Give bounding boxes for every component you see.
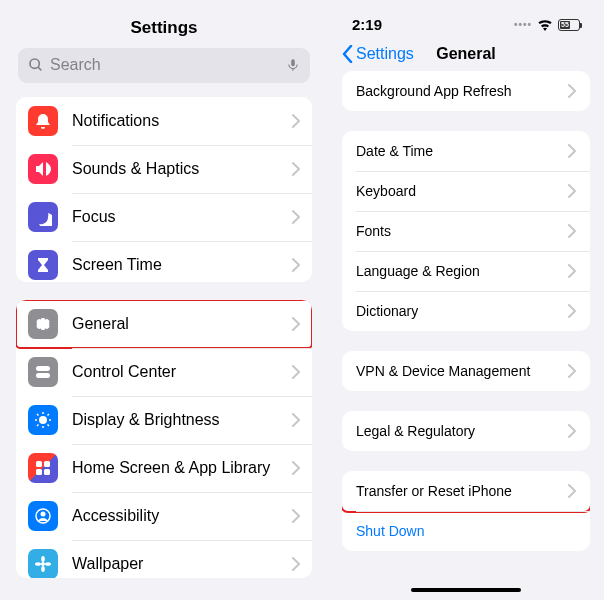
general-group-1: Date & TimeKeyboardFontsLanguage & Regio… (342, 131, 590, 331)
row-label: Wallpaper (72, 555, 292, 573)
row-label: Display & Brightness (72, 411, 292, 429)
general-group-0: Background App Refresh (342, 71, 590, 111)
settings-row-focus[interactable]: Focus (16, 193, 312, 241)
svg-point-6 (39, 416, 47, 424)
general-row-background-app-refresh[interactable]: Background App Refresh (342, 71, 590, 111)
chevron-right-icon (292, 509, 300, 523)
toggles-icon (28, 357, 58, 387)
settings-row-display-brightness[interactable]: Display & Brightness (16, 396, 312, 444)
chevron-right-icon (568, 484, 576, 498)
general-row-date-time[interactable]: Date & Time (342, 131, 590, 171)
row-label: Fonts (356, 223, 568, 239)
general-row-language-region[interactable]: Language & Region (342, 251, 590, 291)
svg-point-24 (35, 562, 41, 566)
svg-line-11 (37, 414, 39, 416)
chevron-right-icon (292, 114, 300, 128)
settings-group-2: GeneralControl CenterDisplay & Brightnes… (16, 300, 312, 578)
status-time: 2:19 (352, 16, 382, 33)
page-title: Settings (4, 4, 324, 48)
svg-rect-18 (44, 469, 50, 475)
general-group-4: Transfer or Reset iPhoneShut Down (342, 471, 590, 551)
chevron-right-icon (292, 461, 300, 475)
settings-row-screen-time[interactable]: Screen Time (16, 241, 312, 282)
status-icons: •••• 55 (514, 19, 580, 31)
general-row-fonts[interactable]: Fonts (342, 211, 590, 251)
search-placeholder: Search (50, 56, 280, 74)
bell-icon (28, 106, 58, 136)
svg-point-23 (41, 566, 45, 572)
general-row-transfer-or-reset-iphone[interactable]: Transfer or Reset iPhone (342, 471, 590, 511)
svg-rect-16 (44, 461, 50, 467)
chevron-right-icon (292, 317, 300, 331)
gear-icon (28, 309, 58, 339)
row-label: Keyboard (356, 183, 568, 199)
general-settings-screen: 2:19 •••• 55 Settings General Background… (332, 4, 600, 596)
row-label: Screen Time (72, 256, 292, 274)
more-icon: •••• (514, 19, 532, 30)
svg-point-20 (41, 512, 46, 517)
row-label: Shut Down (356, 523, 576, 539)
general-content: Background App Refresh Date & TimeKeyboa… (332, 71, 600, 582)
nav-bar: Settings General (332, 37, 600, 71)
speaker-icon (28, 154, 58, 184)
settings-row-accessibility[interactable]: Accessibility (16, 492, 312, 540)
chevron-left-icon (342, 45, 353, 63)
home-indicator[interactable] (411, 588, 521, 592)
chevron-right-icon (568, 84, 576, 98)
settings-group-1: NotificationsSounds & HapticsFocusScreen… (16, 97, 312, 282)
svg-rect-15 (36, 461, 42, 467)
settings-row-general[interactable]: General (16, 300, 312, 348)
back-button[interactable]: Settings (342, 45, 414, 63)
chevron-right-icon (292, 413, 300, 427)
general-group-2: VPN & Device Management (342, 351, 590, 391)
row-label: Date & Time (356, 143, 568, 159)
mic-icon[interactable] (286, 56, 300, 74)
chevron-right-icon (568, 184, 576, 198)
sun-icon (28, 405, 58, 435)
row-label: Notifications (72, 112, 292, 130)
chevron-right-icon (292, 162, 300, 176)
settings-row-notifications[interactable]: Notifications (16, 97, 312, 145)
row-label: Sounds & Haptics (72, 160, 292, 178)
chevron-right-icon (568, 304, 576, 318)
search-input[interactable]: Search (18, 48, 310, 83)
chevron-right-icon (292, 258, 300, 272)
general-row-vpn-device-management[interactable]: VPN & Device Management (342, 351, 590, 391)
row-label: Language & Region (356, 263, 568, 279)
svg-rect-17 (36, 469, 42, 475)
general-row-keyboard[interactable]: Keyboard (342, 171, 590, 211)
svg-line-1 (38, 67, 41, 70)
chevron-right-icon (568, 224, 576, 238)
chevron-right-icon (292, 557, 300, 571)
general-row-legal-regulatory[interactable]: Legal & Regulatory (342, 411, 590, 451)
settings-row-wallpaper[interactable]: Wallpaper (16, 540, 312, 578)
svg-point-22 (41, 556, 45, 562)
settings-root-screen: Settings Search NotificationsSounds & Ha… (4, 4, 324, 596)
grid-icon (28, 453, 58, 483)
settings-row-control-center[interactable]: Control Center (16, 348, 312, 396)
row-label: Background App Refresh (356, 83, 568, 99)
row-label: Control Center (72, 363, 292, 381)
general-row-shut-down[interactable]: Shut Down (342, 511, 590, 551)
nav-title: General (436, 45, 496, 63)
chevron-right-icon (292, 365, 300, 379)
row-label: Legal & Regulatory (356, 423, 568, 439)
back-label: Settings (356, 45, 414, 63)
row-label: General (72, 315, 292, 333)
svg-point-0 (30, 59, 39, 68)
row-label: Home Screen & App Library (72, 459, 292, 477)
hourglass-icon (28, 250, 58, 280)
settings-row-sounds-haptics[interactable]: Sounds & Haptics (16, 145, 312, 193)
svg-point-25 (45, 562, 51, 566)
moon-icon (28, 202, 58, 232)
row-label: Focus (72, 208, 292, 226)
row-label: VPN & Device Management (356, 363, 568, 379)
row-label: Dictionary (356, 303, 568, 319)
svg-rect-5 (36, 373, 50, 378)
flower-icon (28, 549, 58, 578)
general-row-dictionary[interactable]: Dictionary (342, 291, 590, 331)
row-label: Transfer or Reset iPhone (356, 483, 568, 499)
settings-row-home-screen-app-library[interactable]: Home Screen & App Library (16, 444, 312, 492)
row-label: Accessibility (72, 507, 292, 525)
chevron-right-icon (292, 210, 300, 224)
